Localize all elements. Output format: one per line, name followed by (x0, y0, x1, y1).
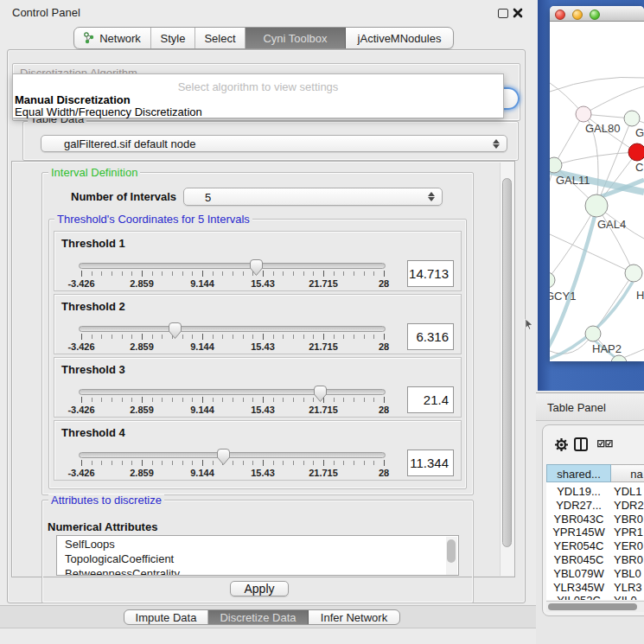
tick-label: 15.43 (244, 405, 282, 415)
table-cell[interactable]: YER054C (546, 539, 611, 552)
threshold-slider-handle[interactable] (216, 448, 231, 466)
tick-label: 21.715 (304, 468, 342, 478)
tab-cyni-toolbox[interactable]: Cyni Toolbox (245, 28, 346, 48)
table-cell[interactable]: YLR3 (614, 581, 642, 594)
numerical-attributes-list[interactable]: SelfLoopsTopologicalCoefficientBetweenne… (56, 535, 459, 576)
table-cell[interactable]: YER0 (614, 539, 643, 552)
tick-label: 15.43 (244, 278, 282, 289)
columns-icon[interactable] (574, 437, 588, 451)
tab-jactivemnodules[interactable]: jActiveMNodules (346, 28, 453, 48)
threshold-slider-track[interactable] (79, 263, 386, 269)
tab-discretize-data[interactable]: Discretize Data (208, 610, 309, 624)
tick-mark (293, 335, 294, 339)
table-cell[interactable]: YPR1 (614, 526, 643, 539)
table-cell[interactable]: YBR0 (614, 513, 643, 526)
tab-impute-data[interactable]: Impute Data (124, 610, 208, 624)
attribute-item[interactable]: TopologicalCoefficient (65, 552, 174, 565)
threshold-value-field[interactable]: 14.713 (407, 260, 454, 287)
settings-scrollbar-thumb[interactable] (502, 178, 512, 547)
tick-mark (233, 335, 233, 339)
tick-mark (373, 398, 374, 402)
algorithm-option-manual[interactable]: Manual Discretization (15, 93, 131, 106)
network-window: GAL80GACGAL11GAL4GCY1HHAP2 (550, 6, 644, 361)
screen: Control Panel NetworkStyleSelectCyni Too… (0, 0, 644, 644)
table-cell[interactable]: YBL079W (546, 567, 611, 580)
table-cell[interactable]: YDR2 (614, 499, 644, 512)
tick-mark (162, 335, 163, 339)
network-canvas[interactable]: GAL80GACGAL11GAL4GCY1HHAP2 (550, 22, 644, 361)
table-header-shared[interactable]: shared... (546, 464, 611, 482)
tick-mark (323, 334, 324, 340)
algorithm-option-equal-width[interactable]: Equal Width/Frequency Discretization (15, 105, 202, 118)
table-cell[interactable]: YDL1 (614, 485, 642, 498)
attributes-scrollbar[interactable] (446, 537, 457, 576)
table-cell[interactable]: YDL19... (546, 485, 611, 498)
close-light-icon[interactable] (555, 10, 565, 20)
node-table[interactable]: shared... na YDL19...YDL1YDR27...YDR2YBR… (546, 464, 644, 600)
table-cell[interactable]: YIL0 (614, 594, 637, 600)
table-cell[interactable]: YBR045C (546, 553, 611, 566)
tick-label: 28 (365, 468, 403, 478)
table-cell[interactable]: YLR345W (546, 581, 611, 594)
tick-mark (162, 398, 163, 402)
tab-network[interactable]: Network (74, 28, 151, 48)
threshold-slider-handle[interactable] (168, 322, 182, 340)
threshold-slider-handle[interactable] (313, 385, 328, 403)
number-of-intervals-spinner[interactable]: 5 (183, 188, 443, 206)
attribute-item[interactable]: SelfLoops (65, 538, 115, 551)
threshold-slider-track[interactable] (79, 389, 386, 395)
tick-mark (252, 398, 253, 402)
threshold-label: Threshold 3 (61, 363, 125, 376)
threshold-slider-handle[interactable] (249, 258, 264, 277)
tab-infer-network[interactable]: Infer Network (309, 610, 399, 624)
tick-mark (303, 461, 304, 465)
tick-label: 9.144 (183, 278, 221, 289)
tick-mark (263, 460, 264, 466)
table-cell[interactable]: YBR043C (546, 513, 611, 526)
attribute-item[interactable]: BetweennessCentrality (65, 567, 180, 576)
tick-mark (364, 271, 365, 276)
tick-mark (131, 271, 132, 276)
tick-mark (283, 461, 284, 465)
apply-button[interactable]: Apply (230, 581, 289, 596)
checkboxes-icon[interactable] (597, 440, 613, 448)
node-label: H (636, 289, 644, 302)
table-cell[interactable]: YBL0 (614, 567, 641, 580)
threshold-value-field[interactable]: 6.316 (407, 323, 454, 350)
table-cell[interactable]: YPR145W (546, 526, 611, 539)
tick-mark (334, 335, 335, 339)
node-label: C (635, 161, 643, 174)
threshold-value-field[interactable]: 21.4 (407, 386, 454, 413)
node-label: HAP2 (592, 342, 622, 355)
tab-select[interactable]: Select (195, 28, 245, 48)
table-cell[interactable]: YDR27... (546, 499, 611, 512)
tick-mark (273, 461, 274, 465)
table-data-combobox[interactable]: galFiltered.sif default node (41, 135, 507, 152)
threshold-value-field[interactable]: 11.344 (407, 450, 454, 476)
float-icon[interactable] (498, 9, 508, 18)
tick-label: 9.144 (183, 405, 221, 415)
threshold-slider-track[interactable] (79, 452, 386, 458)
tick-mark (142, 460, 143, 466)
tick-mark (263, 334, 264, 340)
tick-mark (233, 398, 233, 402)
threshold-slider-track[interactable] (79, 326, 386, 332)
tick-mark (373, 461, 374, 465)
table-header-name[interactable]: na (611, 464, 644, 482)
tick-mark (162, 461, 163, 465)
threshold-label: Threshold 2 (61, 300, 125, 313)
tick-mark (354, 398, 354, 402)
table-cell[interactable]: YIL052C (546, 594, 611, 600)
tick-mark (122, 398, 123, 402)
tick-mark (172, 398, 173, 402)
close-icon[interactable] (512, 7, 524, 19)
minimize-light-icon[interactable] (572, 10, 583, 20)
tick-mark (243, 461, 244, 465)
zoom-light-icon[interactable] (590, 10, 600, 20)
gear-icon[interactable] (554, 437, 569, 452)
network-node (585, 194, 608, 217)
table-hscrollbar-thumb[interactable] (548, 603, 637, 610)
tick-label: 9.144 (183, 468, 221, 478)
table-cell[interactable]: YBR0 (614, 553, 643, 566)
tab-style[interactable]: Style (151, 28, 195, 48)
